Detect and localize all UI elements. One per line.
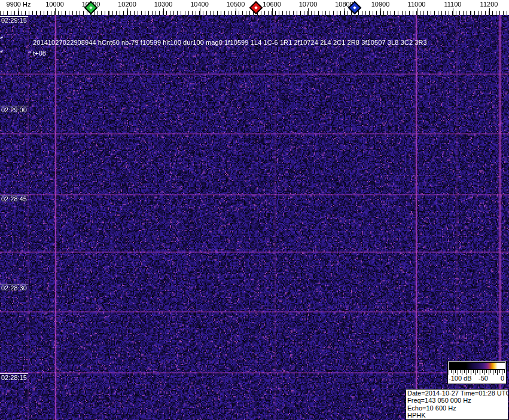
freq-tick-label: 10600 (263, 1, 281, 8)
freq-tick-label: 10000 (45, 1, 64, 8)
colorbar-label-max: 0 (501, 375, 504, 382)
time-tick-label: 02:28:30 (1, 284, 27, 292)
colorbar-labels: -100 dB -50 0 (448, 375, 506, 382)
freq-major-tick (272, 8, 273, 15)
colorbar-legend: -100 dB -50 0 (447, 361, 507, 384)
time-offset-note: ^ t+08 (28, 50, 46, 57)
freq-major-tick (380, 8, 381, 15)
freq-tick-label: 9900 Hz (7, 1, 31, 8)
time-tick-label: 02:29:00 (1, 106, 27, 114)
freq-major-tick (308, 8, 309, 15)
freq-major-tick (127, 8, 128, 15)
freq-tick-label: 10900 (371, 1, 390, 8)
freq-tick-label: 10300 (154, 1, 173, 8)
info-date-time: Date=2014-10-27 Time=01:28 UTC (407, 390, 507, 397)
freq-major-tick (55, 8, 56, 15)
freq-tick-label: 11100 (444, 1, 462, 8)
status-info-box: Date=2014-10-27 Time=01:28 UTC Freq=143 … (406, 389, 508, 420)
freq-major-tick (19, 8, 19, 15)
freq-major-tick (453, 8, 453, 15)
info-echo: Echo=10 600 Hz (407, 404, 507, 412)
info-station-id: HPHK (407, 412, 507, 419)
freq-major-tick (417, 8, 417, 15)
freq-tick-label: 11200 (480, 1, 498, 8)
marker-blue-center (353, 6, 356, 10)
freq-tick-label: 11000 (408, 1, 426, 8)
detection-readout: 20141027022908944 hCnt60 nb-79 f10599 hi… (33, 39, 427, 46)
time-tick-label: 02:28:15 (1, 374, 27, 381)
frequency-ruler[interactable]: 9900 Hz100001010010200103001040010500106… (0, 0, 509, 15)
freq-tick-label: 10700 (299, 1, 318, 8)
freq-major-tick (236, 8, 236, 15)
colorbar-label-mid: -50 (478, 375, 488, 382)
freq-major-tick (200, 8, 200, 15)
waterfall-canvas[interactable] (0, 15, 509, 420)
freq-major-tick (489, 8, 490, 15)
colorbar-gradient (449, 362, 505, 370)
time-tick-label: 02:29:15 (1, 17, 27, 24)
colorbar-label-min: -100 dB (449, 375, 472, 382)
spectrogram-screen: 9900 Hz100001010010200103001040010500106… (0, 0, 509, 420)
marker-red-center (254, 6, 258, 10)
freq-major-tick (345, 8, 345, 15)
freq-tick-label: 10500 (227, 1, 245, 8)
freq-major-tick (163, 8, 164, 15)
freq-tick-label: 10400 (190, 1, 209, 8)
info-frequency: Freq=143 050 000 Hz (407, 397, 507, 404)
marker-green-center (89, 6, 93, 10)
time-tick-label: 02:28:45 (1, 195, 27, 203)
freq-tick-label: 10200 (118, 1, 136, 8)
